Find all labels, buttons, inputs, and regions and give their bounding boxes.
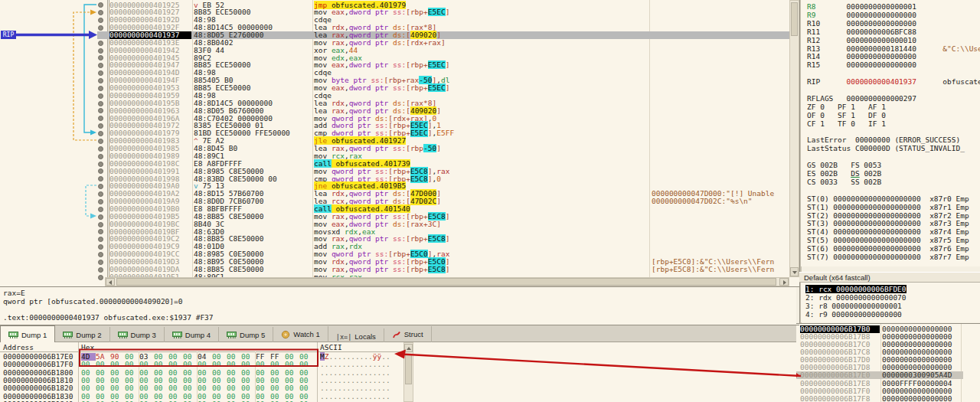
reg-token: 002B [860, 169, 882, 178]
reg-token: GS 002B FS 0053 [807, 161, 881, 169]
register-row[interactable]: ST(6) 00000000000000000000 x87r6 Emp [807, 244, 969, 253]
disasm-vscroll-thumb[interactable] [791, 2, 798, 36]
tab-struct[interactable]: Struct [384, 326, 432, 342]
tab-dump-2[interactable]: Dump 2 [55, 327, 109, 343]
instr-token: 0 [436, 175, 441, 183]
instr-token: [rax+3C] [406, 220, 441, 228]
reg-token: ST(1) 00000000000000000000 x87r1 Emp [807, 203, 969, 211]
dump-hex-byte: 00 [227, 361, 241, 368]
dump-hex-byte: 00 [96, 361, 110, 368]
reg-token: OF 0 SF 1 DF 0 [807, 111, 886, 119]
reg-token: LastError 00000000 (ERROR_SUCCESS) [807, 136, 960, 144]
registers-pane[interactable]: R8 0000000000000001R9 0000000000000000R1… [801, 0, 980, 266]
instr-token: [rbp+ [406, 265, 428, 273]
instr-token: E5C8 [428, 265, 446, 273]
call-argument-row[interactable]: 3: r8 0000000000000001 [805, 302, 902, 310]
register-row[interactable]: CF 1 TF 0 IF 1 [807, 119, 886, 128]
register-row[interactable]: ST(4) 00000000000000000000 x87r4 Emp [807, 227, 969, 236]
stack-row[interactable]: 00000000006B17B00000000000000000 [796, 325, 980, 333]
register-row[interactable]: ST(2) 00000000000000000000 x87r2 Emp [807, 211, 969, 220]
call-arguments-pane[interactable]: 1: rcx 00000000006BFDE02: rdx 0000000000… [801, 283, 980, 322]
reg-token: ZF 0 PF 1 AF 1 [807, 103, 886, 111]
disasm-vscrollbar[interactable] [789, 0, 799, 277]
instr-token: ss: [393, 265, 406, 273]
instr-token: ] [436, 106, 441, 115]
register-row[interactable]: LastError 00000000 (ERROR_SUCCESS) [807, 136, 960, 144]
register-row[interactable]: R15 0000000000000000 [807, 60, 916, 69]
dump-address: 00000000006B17F0 [3, 361, 74, 368]
register-row[interactable]: ZF 0 PF 1 AF 1 [807, 103, 886, 111]
tab-label: Struct [404, 330, 423, 338]
tab-dump-3[interactable]: Dump 3 [110, 327, 165, 343]
dump-hex-byte: 00 [168, 384, 183, 392]
dump-vscroll-thumb[interactable] [405, 354, 412, 384]
arrow-left-icon [109, 280, 112, 285]
reg-token: obfuscated [916, 77, 980, 86]
register-row[interactable]: CS 0033 SS 002B [807, 178, 881, 186]
tab-label: Dump 3 [131, 331, 156, 339]
calling-convention-header[interactable]: Default (x64 fastcall) [799, 272, 980, 283]
disasm-hscroll-thumb[interactable] [116, 278, 776, 286]
disasm-hscrollbar[interactable] [105, 277, 789, 286]
register-row[interactable]: RFLAGS 0000000000000297 [807, 94, 916, 103]
disasm-vscroll-down-button[interactable] [790, 267, 799, 276]
tab-dump-5[interactable]: Dump 5 [219, 327, 273, 343]
dump-hex-byte: 00 [198, 384, 212, 392]
register-row[interactable]: GS 002B FS 0053 [807, 161, 881, 169]
dump-vscrollbar[interactable] [403, 342, 413, 402]
dump-hex-byte: 00 [81, 361, 96, 368]
dump-hex-byte: 00 [299, 384, 314, 392]
dump-hex-byte: 00 [125, 361, 139, 368]
instr-token: ] [436, 197, 441, 205]
register-row[interactable]: ST(7) 00000000000000000000 x87r7 Emp [807, 253, 969, 261]
register-row[interactable]: OF 0 SF 1 DF 0 [807, 111, 886, 119]
disassembly-pane[interactable]: RIP 0000000000401925v EB 52jmp obfuscate… [0, 0, 799, 286]
dump-hex-byte: 00 [270, 384, 285, 392]
instr-token: E5C8 [410, 175, 428, 183]
reg-token: CF 1 TF 0 IF 1 [807, 119, 886, 128]
register-row[interactable]: R13 0000000000181440 &"C:\\Use [807, 44, 980, 53]
register-row[interactable]: R10 0000000000000000 [807, 19, 916, 28]
register-row[interactable]: RIP 0000000000401937 obfuscated [807, 77, 980, 86]
tab-label: Dump 2 [76, 331, 101, 339]
call-argument-row[interactable]: 1: rcx 00000000006BFDE0 [805, 285, 906, 293]
dump-hex-byte: 00 [256, 384, 270, 392]
stack-pane[interactable]: 00000000006B17B0000000000000000000000000… [796, 324, 980, 402]
instr-token: ] [446, 60, 450, 69]
register-row[interactable]: ST(5) 00000000000000000000 x87r5 Emp [807, 236, 969, 244]
register-row[interactable]: R8 0000000000000001 [807, 2, 916, 11]
instr-token: ] [446, 265, 450, 273]
tab-label: Dump 4 [185, 331, 211, 339]
reg-token: ST(4) 00000000000000000000 x87r4 Emp [807, 227, 969, 236]
stack-row[interactable]: 00000000006B17E00000000300905A4D [796, 371, 980, 379]
dump-hex-byte: 00 [198, 361, 212, 368]
dump-ascii-char: . [386, 352, 390, 361]
call-argument-row[interactable]: 2: rdx 0000000000000070 [805, 293, 906, 302]
tab-watch-1[interactable]: Watch 1 [273, 326, 328, 342]
instr-token: E5EC [428, 8, 446, 16]
disasm-hscroll-right-button[interactable] [779, 278, 789, 286]
instr-token: ds: [393, 220, 406, 228]
rip-marker-label: RIP [1, 31, 16, 39]
register-row[interactable]: ST(1) 00000000000000000000 x87r1 Emp [807, 203, 969, 211]
struct-icon [392, 330, 401, 339]
tab-dump-1[interactable]: Dump 1 [0, 325, 55, 343]
disasm-hscroll-left-button[interactable] [106, 278, 115, 286]
register-row[interactable]: ES 002B DS 002B [807, 169, 881, 178]
register-row[interactable]: ST(3) 00000000000000000000 x87r3 Emp [807, 219, 969, 227]
dump-pane[interactable]: Address Hex ASCII 00000000006B17E04D5A90… [0, 342, 796, 402]
instr-token: E5C8 [428, 234, 446, 243]
register-row[interactable]: R9 0000000000000000 [807, 11, 916, 19]
stack-row[interactable]: 00000000006B17F80000000000000000 [796, 395, 980, 402]
register-row[interactable]: R11 00000000006BFC88 [807, 28, 916, 36]
register-row[interactable]: ST(0) 00000000000000000000 x87r0 Emp [807, 194, 969, 203]
register-row[interactable]: R12 0000000000000010 [807, 36, 916, 44]
dump-vscroll-up-button[interactable] [404, 344, 413, 352]
locals-icon: |x=| [336, 333, 351, 341]
register-row[interactable]: R14 0000000000000000 [807, 52, 916, 60]
call-argument-row[interactable]: 4: r9 0000000000000000 [805, 310, 902, 319]
tab-dump-4[interactable]: Dump 4 [165, 327, 219, 343]
instr-token: dword ptr [349, 83, 393, 92]
reg-token: &"C:\\Use [942, 44, 980, 53]
register-row[interactable]: LastStatus C000000D (STATUS_INVALID_ [807, 144, 965, 152]
